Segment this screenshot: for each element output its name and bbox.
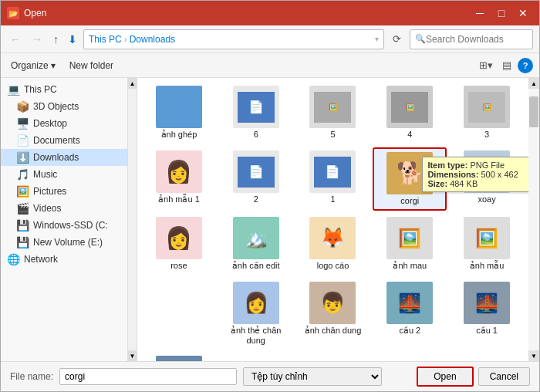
file-item-1[interactable]: 📄 1 [296,147,370,211]
file-item-cau-2[interactable]: 🌉 cầu 2 [373,279,447,349]
music-icon: 🎵 [16,168,29,181]
file-item-anh-the[interactable]: 👩 ảnh thẻ chân dung [219,279,293,349]
sidebar-label-new-volume: New Volume (E:) [33,237,103,248]
back-button[interactable]: ← [7,31,24,48]
address-dropdown-icon: ▾ [375,35,379,43]
maximize-button[interactable]: □ [491,5,511,21]
address-bar[interactable]: This PC › Downloads ▾ [83,29,384,49]
file-thumb-anh-mau-1: 👩 [156,150,202,193]
sidebar-item-documents[interactable]: 📄 Documents [1,132,127,149]
network-icon: 🌐 [7,253,20,265]
file-label-corgi: corgi [400,196,419,206]
open-dialog: 📂 Open ─ □ ✕ ← → ↑ ⬇ This PC › Downloads… [0,0,540,392]
sidebar-item-this-pc[interactable]: 💻 This PC [1,81,127,98]
file-thumb-anh-ghep [156,86,202,128]
forward-button[interactable]: → [29,31,46,48]
file-item-5[interactable]: 🖼️ 5 [296,83,370,144]
address-current[interactable]: Downloads [130,34,175,45]
sidebar-item-network[interactable]: 🌐 Network [1,251,127,268]
bottom-buttons: Open Cancel [417,367,530,387]
downloads-icon: ⬇️ [16,151,29,164]
sidebar: 💻 This PC 📦 3D Objects 🖥️ Desktop 📄 Docu… [1,78,128,361]
tooltip-dimensions-line: Dimensions: 500 x 462 [427,170,528,179]
view-options-button[interactable]: ⊞▾ [476,57,496,73]
file-label-6: 6 [254,130,258,140]
file-item-cau-3[interactable]: 🌉 cầu 3 [142,353,216,361]
file-label-anh-can-edit: ảnh cần edit [232,261,280,271]
file-label-anh-mau-v3: ảnh mẫu [470,261,505,271]
sidebar-item-pictures[interactable]: 🖼️ Pictures [1,183,127,200]
tooltip-type-line: Item type: PNG File [427,161,528,170]
file-label-rose: rose [170,261,187,271]
close-button[interactable]: ✕ [513,5,533,21]
file-item-anh-can-edit[interactable]: 🏔️ ảnh cần edit [219,214,293,275]
file-area-container: ảnh ghép 📄 6 🖼️ 5 [137,78,528,361]
file-item-logo-cao[interactable]: 🦊 logo cáo [296,214,370,275]
new-volume-icon: 💾 [16,236,29,248]
window-icon: 📂 [7,7,19,19]
sidebar-label-documents: Documents [33,135,80,146]
scrollbar-down-btn[interactable]: ▼ [528,350,539,361]
toolbar-right: ⊞▾ ▤ ? [476,57,533,73]
file-thumb-anh-chan-dung: 👦 [309,282,356,324]
scrollbar-track [528,89,539,350]
new-folder-button[interactable]: New folder [66,58,117,73]
sidebar-scroll-up[interactable]: ▲ [128,78,137,89]
file-item-3[interactable]: 🖼️ 3 [450,83,524,144]
address-root[interactable]: This PC [89,34,122,45]
file-type-select[interactable]: Tệp tùy chỉnh [243,367,382,386]
file-label-xoay: xoay [478,194,495,204]
download-nav-icon: ⬇ [68,33,77,46]
file-thumb-cau-3: 🌉 [156,356,202,361]
scrollbar-up-btn[interactable]: ▲ [528,78,539,89]
file-label-logo-cao: logo cáo [317,261,349,271]
file-name-input[interactable] [59,368,237,385]
file-item-anh-mau-v3[interactable]: 🖼️ ảnh mẫu [450,214,524,275]
file-thumb-anh-mau-v3: 🖼️ [464,217,510,259]
refresh-button[interactable]: ⟳ [389,31,405,47]
sidebar-item-windows-ssd[interactable]: 💾 Windows-SSD (C: [1,217,127,234]
file-item-anh-ghep[interactable]: ảnh ghép [142,83,216,144]
scrollbar-thumb[interactable] [529,96,538,127]
help-button[interactable]: ? [518,58,533,73]
file-thumb-6: 📄 [233,86,279,128]
file-label-anh-mau-v2: ảnh mau [393,261,427,271]
sidebar-label-this-pc: This PC [24,84,57,95]
organize-button[interactable]: Organize ▾ [7,58,59,73]
sidebar-item-3d-objects[interactable]: 📦 3D Objects [1,98,127,115]
file-thumb-3: 🖼️ [464,86,510,128]
file-item-2[interactable]: 📄 2 [219,147,293,211]
file-label-3: 3 [484,130,489,140]
sidebar-item-videos[interactable]: 🎬 Videos [1,200,127,217]
cancel-button[interactable]: Cancel [478,367,530,386]
sidebar-item-music[interactable]: 🎵 Music [1,166,127,183]
minimize-button[interactable]: ─ [470,5,490,21]
file-name-label: File name: [10,371,53,382]
file-item-anh-mau-v2[interactable]: 🖼️ ảnh mau [373,214,447,275]
file-label-1: 1 [330,194,335,204]
sidebar-label-3d-objects: 3D Objects [33,101,79,112]
sidebar-item-new-volume[interactable]: 💾 New Volume (E:) [1,234,127,251]
file-item-rose[interactable]: 👩 rose [142,214,216,275]
bottom-bar: File name: Tệp tùy chỉnh Open Cancel [1,361,539,391]
open-button[interactable]: Open [417,367,473,387]
file-item-4[interactable]: 🖼️ 4 [373,83,447,144]
up-button[interactable]: ↑ [50,31,62,48]
desktop-icon: 🖥️ [16,117,29,130]
file-item-6[interactable]: 📄 6 [219,83,293,144]
sidebar-item-desktop[interactable]: 🖥️ Desktop [1,115,127,132]
sidebar-scroll-down[interactable]: ▼ [128,350,137,361]
search-box[interactable]: 🔍 [410,29,533,49]
sidebar-label-music: Music [33,169,57,180]
search-input[interactable] [426,34,518,45]
sidebar-item-downloads[interactable]: ⬇️ Downloads [1,149,127,166]
file-item-anh-chan-dung[interactable]: 👦 ảnh chân dung [296,279,370,349]
preview-pane-button[interactable]: ▤ [499,57,515,73]
file-thumb-logo-cao: 🦊 [309,217,356,259]
file-item-anh-mau-1[interactable]: 👩 ảnh mẫu 1 [142,147,216,211]
file-thumb-cau-2: 🌉 [386,282,433,324]
address-sep: › [124,34,127,45]
command-toolbar: Organize ▾ New folder ⊞▾ ▤ ? [1,53,539,78]
file-item-corgi[interactable]: 🐕 corgi Item type: PNG File Dimensions: … [373,147,447,211]
file-item-cau-1[interactable]: 🌉 cầu 1 [450,279,524,349]
